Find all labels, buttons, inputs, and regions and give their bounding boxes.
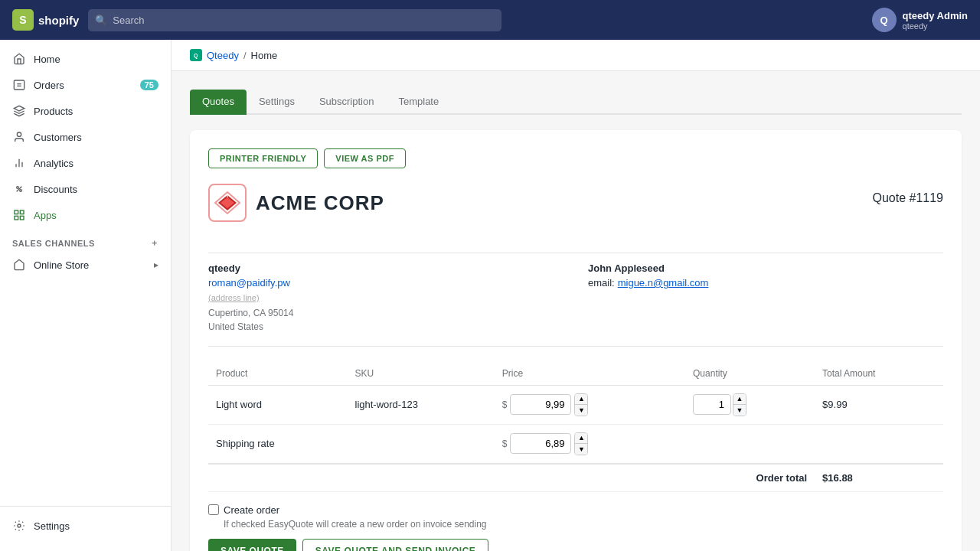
add-sales-channel-icon[interactable]: ＋ (150, 237, 159, 249)
create-order-text: Create order (224, 504, 279, 516)
user-info: qteedy Admin qteedy (903, 10, 968, 31)
shipping-qty (685, 424, 815, 464)
company-name: ACME CORP (256, 191, 384, 215)
shipping-down-button[interactable]: ▼ (575, 444, 587, 455)
sidebar-item-home[interactable]: Home (0, 46, 171, 72)
action-buttons: PRINTER FRIENDLY VIEW AS PDF (208, 148, 943, 168)
customers-icon (12, 130, 26, 144)
sidebar-item-apps[interactable]: Apps (0, 202, 171, 228)
buyer-email-label: email: (588, 277, 615, 289)
buyer-name: John Appleseed (588, 262, 943, 274)
price-input[interactable] (510, 394, 571, 415)
sidebar-label-online-store: Online Store (34, 259, 89, 271)
svg-text:Q: Q (194, 53, 198, 59)
sidebar-item-online-store[interactable]: Online Store ▸ (0, 252, 171, 278)
quote-number: Quote #1119 (872, 184, 943, 205)
view-as-pdf-button[interactable]: VIEW AS PDF (324, 148, 406, 168)
company-logo (208, 184, 247, 222)
col-quantity: Quantity (685, 362, 815, 386)
shipping-spinners: ▲ ▼ (574, 432, 588, 455)
shipping-up-button[interactable]: ▲ (575, 433, 587, 444)
quote-table: Product SKU Price Quantity Total Amount … (208, 362, 943, 492)
orders-icon (12, 78, 26, 92)
shipping-price-input[interactable] (510, 433, 571, 454)
qty-up-button[interactable]: ▲ (733, 394, 746, 405)
main-content: Q Qteedy / Home Quotes Settings Subscrip… (172, 40, 980, 551)
svg-rect-12 (20, 210, 24, 214)
sidebar-item-orders[interactable]: Orders 75 (0, 72, 171, 98)
sidebar-item-products[interactable]: Products (0, 98, 171, 124)
printer-friendly-button[interactable]: PRINTER FRIENDLY (208, 148, 318, 168)
col-sku: SKU (348, 362, 495, 386)
product-total: $9.99 (815, 385, 943, 424)
sidebar-label-home: Home (34, 54, 60, 65)
sales-channels-section: SALES CHANNELS ＋ (0, 228, 171, 252)
table-header-row: Product SKU Price Quantity Total Amount (208, 362, 943, 386)
online-store-expand-icon[interactable]: ▸ (154, 259, 158, 270)
sidebar-item-customers[interactable]: Customers (0, 124, 171, 150)
buyer-email-link[interactable]: migue.n@gmail.com (618, 277, 709, 289)
topnav: S shopify 🔍 Q qteedy Admin qteedy (0, 0, 980, 40)
products-icon (12, 104, 26, 118)
sidebar-footer: Settings (0, 506, 171, 545)
tab-settings[interactable]: Settings (247, 90, 307, 115)
sidebar: Home Orders 75 Products Customers Anal (0, 40, 172, 551)
svg-point-4 (17, 132, 21, 136)
col-price: Price (495, 362, 685, 386)
sidebar-label-customers: Customers (34, 132, 82, 143)
price-currency: $ (502, 399, 508, 410)
shipping-total (815, 424, 943, 464)
create-order-checkbox[interactable] (208, 504, 219, 515)
buyer-email-row: email: migue.n@gmail.com (588, 277, 943, 289)
settings-label: Settings (34, 520, 70, 532)
seller-country: United States (208, 320, 564, 334)
shopify-logo: S shopify (12, 9, 79, 31)
save-and-send-button[interactable]: SAVE QUOTE AND SEND INVOICE (302, 539, 489, 552)
qty-wrap: ▲ ▼ (693, 393, 807, 416)
shipping-label: Shipping rate (208, 424, 348, 464)
company-header: ACME CORP Quote #1119 (208, 184, 943, 234)
qty-input[interactable] (693, 394, 731, 415)
table-row: Light word light-word-123 $ ▲ ▼ (208, 385, 943, 424)
breadcrumb-current: Home (251, 50, 278, 61)
sidebar-label-analytics: Analytics (34, 158, 74, 169)
product-price-cell: $ ▲ ▼ (495, 385, 685, 424)
user-handle: qteedy (903, 21, 968, 31)
save-quote-button[interactable]: SAVE QUOTE (208, 539, 296, 552)
sidebar-label-products: Products (34, 106, 73, 117)
seller-email-wrap: roman@paidify.pw (208, 277, 564, 289)
sidebar-label-orders: Orders (34, 80, 64, 91)
tab-subscription[interactable]: Subscription (307, 90, 387, 115)
qty-down-button[interactable]: ▼ (733, 405, 746, 416)
settings-icon (12, 519, 26, 533)
col-total: Total Amount (815, 362, 943, 386)
order-total-row: Order total $16.88 (208, 464, 943, 492)
tab-quotes[interactable]: Quotes (190, 90, 247, 115)
svg-rect-0 (14, 80, 24, 90)
svg-marker-3 (14, 106, 24, 111)
shipping-row: Shipping rate $ ▲ ▼ (208, 424, 943, 464)
avatar: Q (872, 8, 897, 32)
breadcrumb-root-link[interactable]: Qteedy (207, 50, 239, 61)
seller-address: (address line) Cupertino, CA 95014 Unite… (208, 292, 564, 334)
search-input[interactable] (88, 9, 501, 31)
create-order-label[interactable]: Create order (208, 504, 943, 516)
seller-email-link[interactable]: roman@paidify.pw (208, 277, 290, 289)
buyer-info: John Appleseed email: migue.n@gmail.com (588, 262, 943, 334)
sidebar-item-settings[interactable]: Settings (0, 513, 171, 539)
sidebar-item-discounts[interactable]: Discounts (0, 176, 171, 202)
search-icon: 🔍 (95, 15, 107, 26)
analytics-icon (12, 156, 26, 170)
tab-template[interactable]: Template (386, 90, 451, 115)
price-down-button[interactable]: ▼ (575, 405, 587, 416)
company-logo-area: ACME CORP (208, 184, 384, 222)
user-name: qteedy Admin (903, 10, 968, 21)
qty-spinners: ▲ ▼ (733, 393, 746, 416)
sidebar-item-analytics[interactable]: Analytics (0, 150, 171, 176)
svg-rect-14 (20, 216, 24, 220)
shopify-logo-icon: S (12, 9, 34, 31)
price-up-button[interactable]: ▲ (575, 394, 587, 405)
create-order-hint: If checked EasyQuote will create a new o… (208, 519, 943, 530)
svg-rect-13 (15, 216, 18, 220)
svg-point-8 (17, 187, 19, 189)
